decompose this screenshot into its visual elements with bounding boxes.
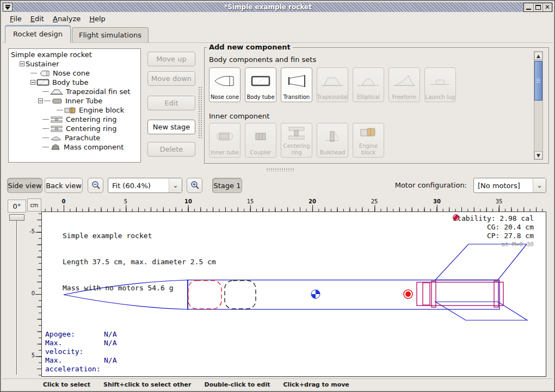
centering-ring-icon — [50, 116, 63, 123]
zoom-level-combo[interactable]: Fit (60.4%) ⌄ — [108, 178, 182, 193]
delete-button[interactable]: Delete — [147, 142, 195, 157]
add-coupler-button[interactable]: Coupler — [245, 123, 276, 158]
body-tube-icon — [249, 68, 273, 94]
stability-info: Stability: 2.98 cal CG: 20.4 cm CP: 27.8… — [453, 214, 534, 249]
collapse-icon[interactable] — [30, 80, 35, 85]
add-transition-button[interactable]: Transition — [281, 67, 312, 102]
vertical-ruler: -5 0 5 — [27, 211, 41, 377]
add-trapezoidal-fin-button[interactable]: Trapezoidal — [317, 67, 348, 102]
vertical-splitter[interactable] — [198, 86, 202, 139]
mass-component-outline — [225, 281, 256, 309]
centering-ring-outline — [494, 281, 498, 307]
launch-lug-icon — [428, 68, 452, 94]
window-menu-button[interactable] — [3, 3, 13, 11]
maximize-button[interactable] — [533, 3, 542, 11]
zoom-in-button[interactable] — [187, 178, 202, 193]
title-bar[interactable]: *Simple example rocket ✕ — [2, 2, 553, 12]
centering-ring-icon — [50, 126, 63, 132]
menu-edit[interactable]: Edit — [27, 14, 47, 24]
back-view-button[interactable]: Back view — [45, 178, 83, 193]
chevron-up-icon: ▲ — [536, 53, 540, 59]
body-components-label: Body components and fin sets — [209, 55, 316, 64]
engine-block-outline — [423, 283, 430, 305]
tree-item-rocket[interactable]: Simple example rocket — [9, 50, 140, 59]
stage-1-toggle[interactable]: Stage 1 — [212, 178, 242, 193]
bulkhead-icon — [320, 123, 344, 150]
rotation-value: 0° — [8, 200, 26, 213]
menu-file[interactable]: File — [7, 14, 25, 24]
group-title: Add new component — [207, 43, 293, 51]
tab-rocket-design[interactable]: Rocket design — [5, 25, 71, 43]
elliptical-fin-icon — [356, 68, 380, 94]
tree-item-inner-tube[interactable]: Inner Tube — [9, 96, 140, 105]
menu-analyze[interactable]: Analyze — [50, 14, 84, 24]
add-freeform-fin-button[interactable]: Freeform — [388, 67, 420, 102]
body-tube-icon — [36, 79, 50, 86]
component-scrollbar[interactable]: ▲ ▼ — [534, 51, 543, 160]
engine-block-icon — [64, 107, 76, 114]
minimize-button[interactable] — [524, 3, 533, 11]
edit-button[interactable]: Edit — [147, 96, 195, 110]
trapezoidal-fin-icon — [320, 68, 344, 94]
tree-item-fin-set[interactable]: Trapezoidal fin set — [9, 87, 140, 96]
add-engine-block-button[interactable]: Engine block — [353, 123, 384, 158]
inner-tube-icon — [52, 98, 63, 104]
parachute-icon — [50, 135, 62, 141]
maximize-icon — [535, 5, 541, 10]
tree-item-centering-ring-1[interactable]: Centering ring — [9, 115, 140, 124]
fin-upper-outline — [435, 244, 527, 280]
tree-item-parachute[interactable]: Parachute — [9, 133, 140, 142]
new-stage-button[interactable]: New stage — [147, 120, 195, 134]
scroll-down-button[interactable]: ▼ — [534, 151, 542, 159]
flight-data: Apogee:N/A Max. velocity:N/A Max. accele… — [45, 330, 116, 374]
collapse-icon[interactable] — [38, 98, 43, 103]
chevron-down-icon: ⌄ — [533, 178, 546, 192]
freeform-fin-icon — [392, 68, 416, 94]
tree-item-body-tube[interactable]: Body tube — [9, 78, 140, 87]
body-component-buttons: Nose cone Body tube Transition Trapezoid… — [209, 67, 456, 102]
tab-flight-simulations[interactable]: Flight simulations — [72, 27, 149, 42]
rotation-slider-handle[interactable] — [9, 214, 24, 221]
tree-item-centering-ring-2[interactable]: Centering ring — [9, 124, 140, 133]
add-nose-cone-button[interactable]: Nose cone — [209, 67, 240, 102]
horizontal-splitter[interactable] — [2, 166, 553, 172]
tree-item-sustainer[interactable]: Sustainer — [9, 59, 140, 69]
tree-item-engine-block[interactable]: Engine block — [9, 105, 140, 115]
cp-marker — [404, 290, 412, 298]
side-view-button[interactable]: Side view — [7, 178, 42, 193]
rocket-canvas[interactable]: Simple example rocket Length 37.5 cm, ma… — [41, 211, 546, 377]
add-bulkhead-button[interactable]: Bulkhead — [317, 123, 348, 158]
menu-help[interactable]: Help — [86, 14, 109, 24]
collapse-icon[interactable] — [20, 61, 24, 66]
add-centering-ring-button[interactable]: Centering ring — [281, 123, 312, 158]
centering-ring-outline — [431, 281, 436, 307]
add-launch-lug-button[interactable]: Launch lug — [424, 67, 456, 102]
cp-icon — [453, 214, 459, 221]
openrocket-window: *Simple example rocket ✕ File Edit Analy… — [0, 0, 555, 392]
hint-double-click: Double-click to edit — [205, 381, 270, 388]
view-toolbar: Side view Back view Fit (60.4%) ⌄ Stage … — [2, 176, 553, 196]
zoom-out-button[interactable] — [88, 178, 103, 193]
add-inner-tube-button[interactable]: Inner tube — [209, 123, 240, 158]
move-down-button[interactable]: Move down — [147, 71, 195, 86]
close-button[interactable]: ✕ — [542, 3, 552, 11]
hint-click-drag: Click+drag to move — [283, 381, 349, 388]
scroll-up-button[interactable]: ▲ — [534, 52, 542, 60]
rocket-info: Simple example rocket Length 37.5 cm, ma… — [63, 214, 216, 310]
tree-item-mass-component[interactable]: Mass component — [9, 142, 140, 152]
nose-cone-icon — [38, 70, 50, 77]
mach-note: at M=0.30 — [453, 240, 534, 249]
tree-item-nose-cone[interactable]: Nose cone — [9, 69, 140, 78]
move-up-button[interactable]: Move up — [147, 52, 195, 66]
add-elliptical-fin-button[interactable]: Elliptical — [353, 67, 384, 102]
rotation-slider[interactable] — [16, 218, 17, 375]
engine-block-icon — [356, 123, 380, 143]
motor-configuration-combo[interactable]: [No motors] ⌄ — [473, 178, 546, 193]
hint-shift-click: Shift+click to select other — [103, 381, 192, 388]
cp-line: CP: 27.8 cm — [453, 232, 534, 240]
inner-component-buttons: Inner tube Coupler Centering ring Bulkhe… — [209, 123, 384, 158]
scrollbar-thumb[interactable] — [534, 61, 542, 101]
body-tube-outline — [188, 280, 499, 309]
component-tree[interactable]: Simple example rocket Sustainer Nose con… — [8, 48, 141, 163]
add-body-tube-button[interactable]: Body tube — [245, 67, 276, 102]
